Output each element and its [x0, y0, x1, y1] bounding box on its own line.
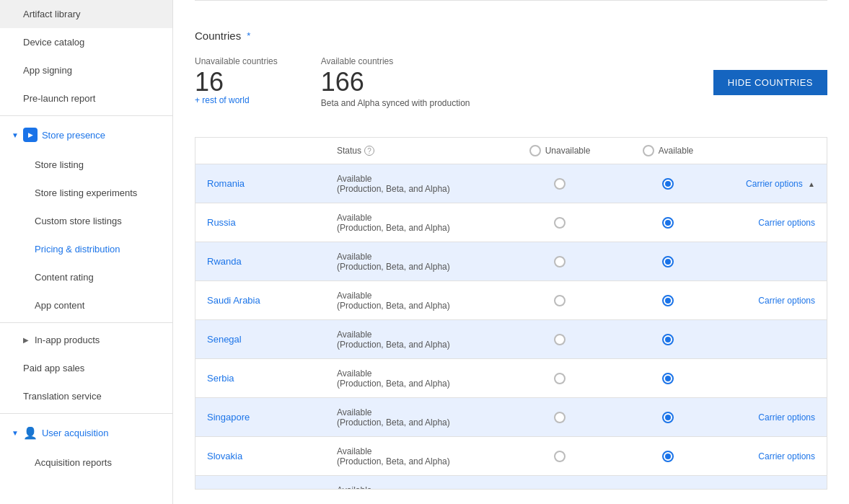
available-radio[interactable]: [662, 295, 674, 306]
sidebar-item-paid-app-sales[interactable]: Paid app sales: [0, 354, 172, 382]
sidebar-item-store-presence[interactable]: ▼ Store presence: [0, 119, 172, 151]
status-cell: Available (Production, Beta, and Alpha): [325, 446, 509, 467]
sidebar-item-in-app-products[interactable]: ▶ In-app products: [0, 326, 172, 354]
sidebar: Artifact library Device catalog App sign…: [0, 0, 173, 504]
col-unavailable-header: Unavailable: [509, 145, 610, 156]
sidebar-divider-3: [0, 413, 172, 414]
status-text: Available (Production, Beta, and Alpha): [337, 174, 450, 194]
unavailable-radio[interactable]: [554, 412, 566, 423]
status-line1: Available: [337, 174, 450, 184]
sidebar-item-store-listing-experiments[interactable]: Store listing experiments: [0, 179, 172, 207]
available-radio-cell[interactable]: [610, 451, 726, 462]
unavailable-radio-cell[interactable]: [509, 178, 610, 190]
country-name: Serbia: [207, 373, 234, 384]
available-radio-cell[interactable]: [610, 295, 726, 306]
sidebar-item-custom-store-listings[interactable]: Custom store listings: [0, 207, 172, 235]
country-cell: Saudi Arabia: [195, 295, 325, 306]
status-line1: Available: [337, 330, 450, 340]
sidebar-item-device-catalog[interactable]: Device catalog: [0, 28, 172, 56]
unavailable-radio[interactable]: [554, 217, 566, 229]
available-radio-cell[interactable]: [610, 256, 726, 268]
sidebar-item-acquisition-reports[interactable]: Acquisition reports: [0, 448, 172, 477]
status-text: Available (Production, Beta, and Alpha): [337, 407, 450, 428]
carrier-options-link[interactable]: Carrier options: [758, 412, 815, 423]
sidebar-item-app-signing[interactable]: App signing: [0, 56, 172, 84]
unavailable-radio-cell[interactable]: [509, 295, 610, 306]
countries-section: Countries * Unavailable countries 16 + r…: [173, 15, 849, 137]
unavailable-radio[interactable]: [554, 334, 566, 345]
unavailable-stat: Unavailable countries 16 + rest of world: [195, 56, 278, 105]
available-radio-cell[interactable]: [610, 412, 726, 423]
sidebar-item-user-acquisition[interactable]: ▼ 👤 User acquisition: [0, 417, 172, 448]
unavailable-header-label: Unavailable: [545, 146, 591, 156]
available-radio[interactable]: [662, 217, 674, 229]
carrier-options-link[interactable]: Carrier options ▲: [746, 179, 815, 189]
hide-countries-button[interactable]: HIDE COUNTRIES: [713, 70, 827, 95]
status-line2: (Production, Beta, and Alpha): [337, 379, 450, 389]
country-cell: Senegal: [195, 334, 325, 345]
unavailable-radio-cell[interactable]: [509, 373, 610, 384]
unavailable-radio[interactable]: [554, 178, 566, 190]
countries-header: Countries *: [195, 30, 827, 42]
available-radio[interactable]: [662, 256, 674, 268]
sidebar-item-translation-service[interactable]: Translation service: [0, 382, 172, 410]
pre-launch-report-label: Pre-launch report: [23, 93, 95, 104]
status-line1: Available: [337, 407, 450, 417]
status-help-icon[interactable]: ?: [364, 146, 374, 156]
unavailable-radio[interactable]: [554, 373, 566, 384]
main-content: Countries * Unavailable countries 16 + r…: [173, 0, 849, 504]
sidebar-item-artifact-library[interactable]: Artifact library: [0, 0, 172, 28]
sidebar-item-store-listing[interactable]: Store listing: [0, 151, 172, 179]
unavailable-header-radio[interactable]: [529, 145, 541, 156]
col-available-header: Available: [610, 145, 726, 156]
available-radio[interactable]: [662, 334, 674, 345]
available-radio[interactable]: [662, 412, 674, 423]
status-line2: (Production, Beta, and Alpha): [337, 340, 450, 350]
col-status-header: Status ?: [325, 146, 509, 156]
status-line2: (Production, Beta, and Alpha): [337, 301, 450, 311]
unavailable-radio-cell[interactable]: [509, 412, 610, 423]
status-line1: Available: [337, 291, 450, 301]
carrier-options-link[interactable]: Carrier options: [758, 218, 815, 228]
available-radio-cell[interactable]: [610, 178, 726, 190]
table-row: Saudi Arabia Available (Production, Beta…: [195, 281, 827, 320]
chevron-up-icon: ▲: [808, 180, 815, 188]
carrier-cell: Carrier options: [726, 295, 827, 306]
status-header-label: Status: [337, 146, 361, 156]
paid-app-sales-label: Paid app sales: [23, 363, 84, 373]
unavailable-radio-cell[interactable]: [509, 334, 610, 345]
carrier-options-link[interactable]: Carrier options: [758, 296, 815, 306]
device-catalog-label: Device catalog: [23, 37, 84, 48]
table-row: Slovenia Available (Production, Beta, an…: [195, 476, 827, 489]
carrier-options-link[interactable]: Carrier options: [758, 451, 815, 461]
available-radio-cell[interactable]: [610, 334, 726, 345]
available-header-radio[interactable]: [643, 145, 654, 156]
custom-store-listings-label: Custom store listings: [35, 216, 122, 226]
status-line2: (Production, Beta, and Alpha): [337, 184, 450, 194]
country-name: Senegal: [207, 334, 242, 345]
available-radio[interactable]: [662, 373, 674, 384]
top-divider: [195, 0, 827, 1]
status-text: Available (Production, Beta, and Alpha): [337, 485, 450, 490]
unavailable-radio-cell[interactable]: [509, 217, 610, 229]
in-app-products-label: In-app products: [35, 335, 100, 345]
rest-of-world-text: + rest of world: [195, 95, 278, 105]
status-cell: Available (Production, Beta, and Alpha): [325, 368, 509, 389]
status-cell: Available (Production, Beta, and Alpha): [325, 485, 509, 490]
sidebar-item-app-content[interactable]: App content: [0, 291, 172, 319]
available-radio-cell[interactable]: [610, 217, 726, 229]
available-radio[interactable]: [662, 451, 674, 462]
available-radio-cell[interactable]: [610, 373, 726, 384]
unavailable-radio[interactable]: [554, 451, 566, 462]
unavailable-radio-cell[interactable]: [509, 451, 610, 462]
unavailable-radio[interactable]: [554, 295, 566, 306]
country-name: Saudi Arabia: [207, 295, 260, 306]
available-radio[interactable]: [662, 178, 674, 190]
unavailable-radio[interactable]: [554, 256, 566, 268]
carrier-cell: Carrier options: [726, 412, 827, 423]
sidebar-item-pricing-distribution[interactable]: Pricing & distribution: [0, 235, 172, 263]
status-text: Available (Production, Beta, and Alpha): [337, 213, 450, 233]
unavailable-radio-cell[interactable]: [509, 256, 610, 268]
sidebar-item-pre-launch-report[interactable]: Pre-launch report: [0, 84, 172, 112]
sidebar-item-content-rating[interactable]: Content rating: [0, 263, 172, 291]
